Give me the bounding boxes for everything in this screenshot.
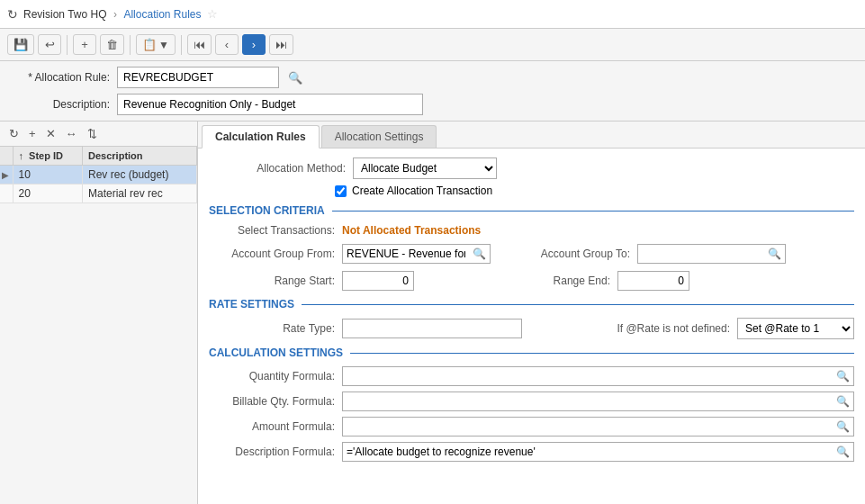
row-arrow: ▶	[0, 166, 13, 184]
rule-search-icon[interactable]: 🔍	[288, 71, 302, 85]
panel-content: Allocation Method: Allocate Budget Creat…	[198, 148, 865, 504]
col-description: Description	[83, 147, 197, 166]
tab-allocation-settings[interactable]: Allocation Settings	[321, 125, 437, 148]
row-description: Material rev rec	[83, 184, 197, 203]
right-panel: Calculation Rules Allocation Settings Al…	[198, 122, 865, 504]
account-group-to-input[interactable]	[638, 245, 764, 263]
range-start-label: Range Start:	[209, 274, 335, 287]
range-end-label: Range End:	[538, 274, 610, 287]
selection-criteria-title: SELECTION CRITERIA	[209, 204, 325, 217]
range-row: Range Start: Range End:	[209, 271, 854, 291]
row-step-id: 20	[13, 184, 83, 203]
create-transaction-row: Create Allocation Transaction	[209, 184, 854, 197]
breadcrumb-separator: ›	[113, 8, 120, 21]
left-add-button[interactable]: +	[25, 125, 40, 142]
create-transaction-label: Create Allocation Transaction	[352, 184, 492, 197]
allocation-method-row: Allocation Method: Allocate Budget	[209, 158, 854, 179]
selection-criteria-header: SELECTION CRITERIA	[209, 204, 854, 217]
favorite-star-icon[interactable]: ☆	[207, 7, 218, 21]
quantity-formula-search-icon[interactable]: 🔍	[833, 370, 853, 382]
delete-button[interactable]: 🗑	[100, 34, 124, 55]
billable-qty-label: Billable Qty. Formula:	[209, 395, 335, 408]
row-arrow	[0, 184, 13, 203]
rate-type-label: Rate Type:	[209, 322, 335, 335]
last-record-button[interactable]: ⏭	[269, 34, 293, 55]
col-step-id[interactable]: ↑ Step ID	[13, 147, 83, 166]
amount-formula-input[interactable]	[343, 418, 833, 436]
col-arrow	[0, 147, 13, 166]
if-rate-label: If @Rate is not defined:	[613, 322, 730, 335]
tab-calculation-rules[interactable]: Calculation Rules	[202, 125, 320, 148]
account-group-from-input[interactable]	[343, 245, 469, 263]
amount-formula-row: Amount Formula: 🔍	[209, 417, 854, 436]
amount-formula-search-icon[interactable]: 🔍	[833, 420, 853, 433]
desc-label: Description:	[11, 98, 110, 111]
amount-formula-input-group: 🔍	[342, 417, 854, 436]
table-row[interactable]: 20 Material rev rec	[0, 184, 197, 203]
rate-type-input-group	[342, 319, 522, 338]
allocation-method-select[interactable]: Allocate Budget	[353, 158, 497, 179]
left-sort-button[interactable]: ⇅	[84, 125, 101, 142]
amount-formula-label: Amount Formula:	[209, 420, 335, 433]
left-panel: ↻ + ✕ ↔ ⇅ ↑ Step ID Description ▶ 10	[0, 122, 198, 504]
rate-type-row: Rate Type: If @Rate is not defined: Set …	[209, 318, 854, 339]
description-formula-row: Description Formula: 🔍	[209, 442, 854, 462]
description-formula-input[interactable]	[343, 443, 833, 461]
account-group-from-label: Account Group From:	[209, 248, 335, 260]
left-expand-button[interactable]: ↔	[62, 125, 81, 142]
toolbar-separator-3	[181, 35, 182, 55]
calculation-settings-title: CALCULATION SETTINGS	[209, 346, 343, 359]
billable-qty-input-group: 🔍	[342, 392, 854, 411]
account-group-from-row: Account Group From: 🔍 Account Group To: …	[209, 244, 854, 264]
steps-table-container: ↑ Step ID Description ▶ 10 Rev rec (budg…	[0, 147, 197, 504]
add-button[interactable]: +	[73, 34, 96, 55]
billable-qty-input[interactable]	[343, 392, 833, 410]
header-fields: * Allocation Rule: 🔍 Description:	[0, 61, 865, 122]
allocation-method-label: Allocation Method:	[220, 162, 346, 175]
row-description: Rev rec (budget)	[83, 166, 197, 184]
left-delete-button[interactable]: ✕	[42, 125, 59, 142]
quantity-formula-row: Quantity Formula: 🔍	[209, 366, 854, 386]
content-area: ↻ + ✕ ↔ ⇅ ↑ Step ID Description ▶ 10	[0, 122, 865, 504]
quantity-formula-label: Quantity Formula:	[209, 370, 335, 382]
rate-type-input[interactable]	[343, 320, 496, 338]
undo-button[interactable]: ↩	[38, 34, 61, 55]
toolbar-separator-1	[67, 35, 68, 55]
account-group-from-search-icon[interactable]: 🔍	[469, 248, 490, 260]
description-formula-search-icon[interactable]: 🔍	[833, 446, 853, 458]
next-record-button[interactable]: ›	[242, 34, 266, 55]
copy-button[interactable]: 📋 ▼	[136, 34, 176, 55]
prev-record-button[interactable]: ‹	[215, 34, 239, 55]
account-group-from-input-group: 🔍	[342, 244, 491, 264]
select-transactions-label: Select Transactions:	[209, 224, 335, 237]
if-rate-select[interactable]: Set @Rate to 1	[737, 318, 854, 339]
rule-input[interactable]	[117, 67, 279, 88]
first-record-button[interactable]: ⏮	[187, 34, 212, 55]
main-toolbar: 💾 ↩ + 🗑 📋 ▼ ⏮ ‹ › ⏭	[0, 29, 865, 61]
refresh-icon[interactable]: ↻	[7, 7, 18, 22]
left-refresh-button[interactable]: ↻	[5, 125, 23, 142]
company-name: Revision Two HQ	[23, 8, 106, 21]
quantity-formula-input[interactable]	[343, 367, 833, 385]
create-transaction-checkbox[interactable]	[335, 185, 347, 197]
range-end-input[interactable]	[617, 271, 689, 291]
billable-qty-search-icon[interactable]: 🔍	[833, 395, 853, 408]
table-row[interactable]: ▶ 10 Rev rec (budget)	[0, 166, 197, 184]
rule-label: * Allocation Rule:	[11, 71, 110, 84]
toolbar-separator-2	[130, 35, 131, 55]
range-start-input[interactable]	[342, 271, 414, 291]
billable-qty-row: Billable Qty. Formula: 🔍	[209, 392, 854, 411]
page-title: Allocation Rules	[123, 8, 201, 21]
description-formula-input-group: 🔍	[342, 442, 854, 462]
select-transactions-value: Not Allocated Transactions	[342, 224, 481, 237]
left-toolbar: ↻ + ✕ ↔ ⇅	[0, 122, 197, 147]
account-group-to-search-icon[interactable]: 🔍	[764, 248, 785, 260]
rate-settings-header: RATE SETTINGS	[209, 298, 854, 310]
top-bar: ↻ Revision Two HQ › Allocation Rules ☆	[0, 0, 865, 29]
rate-settings-title: RATE SETTINGS	[209, 298, 294, 310]
account-group-to-input-group: 🔍	[637, 244, 786, 264]
calculation-settings-header: CALCULATION SETTINGS	[209, 346, 854, 359]
row-step-id: 10	[13, 166, 83, 184]
desc-input[interactable]	[117, 94, 423, 115]
save-button[interactable]: 💾	[7, 34, 34, 55]
